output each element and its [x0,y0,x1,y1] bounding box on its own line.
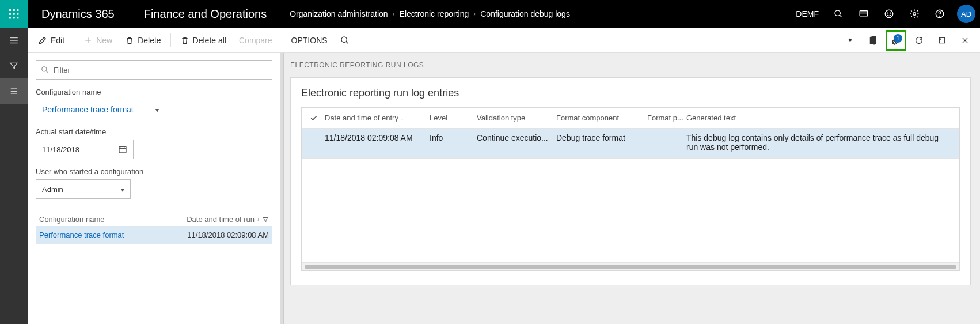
chevron-down-icon [121,185,124,194]
log-grid: Date and time of entry↓ Level Validation… [301,107,960,271]
new-button[interactable]: New [78,32,118,48]
cell-date: 11/18/2018 02:09:08 AM [325,133,430,153]
run-list-row[interactable]: Performance trace format 11/18/2018 02:0… [36,226,272,244]
rail-menu-button[interactable] [0,28,28,53]
help-icon[interactable] [928,0,951,28]
svg-line-10 [840,15,841,17]
new-label: New [96,36,112,45]
delete-all-button[interactable]: Delete all [174,32,232,48]
brand-label[interactable]: Dynamics 365 [28,0,132,28]
delete-label: Delete [138,36,161,45]
horizontal-scrollbar[interactable] [302,262,959,270]
breadcrumb-item[interactable]: Configuration debug logs [480,9,570,18]
start-date-input[interactable]: 11/18/2018 [36,140,134,159]
svg-rect-1 [13,9,14,11]
office-icon[interactable] [863,30,883,51]
legal-entity[interactable]: DEMF [790,9,825,18]
close-icon[interactable] [955,30,975,51]
left-rail [0,28,28,324]
svg-rect-7 [13,17,14,18]
row-config-name: Performance trace format [39,231,124,239]
messages-icon[interactable] [852,0,875,28]
compare-label: Compare [239,36,272,45]
connector-icon[interactable]: ✦ [840,30,860,51]
grid-header: Date and time of entry↓ Level Validation… [302,108,959,129]
rail-list-button[interactable] [0,78,28,104]
filter-input[interactable]: Filter [36,60,272,80]
cell-generated-text: This debug log contains only details of … [686,133,951,153]
breadcrumb-item[interactable]: Electronic reporting [400,9,469,18]
grid-row[interactable]: 11/18/2018 02:09:08 AM Info Continue exe… [302,129,959,159]
attachments-button[interactable]: 1 [886,30,906,51]
search-icon [41,66,49,74]
compare-button: Compare [233,32,278,48]
edit-label: Edit [51,36,64,45]
emoji-icon[interactable] [878,0,901,28]
list-col-date[interactable]: Date and time of run [187,215,255,224]
filter-placeholder: Filter [54,66,70,74]
svg-point-14 [887,13,888,13]
app-launcher-button[interactable] [0,0,28,28]
start-date-label: Actual start date/time [36,127,272,136]
svg-rect-4 [13,13,14,14]
run-list-header: Configuration name Date and time of run … [36,213,272,226]
popout-icon[interactable] [932,30,952,51]
select-all-checkbox[interactable] [310,114,325,122]
attachments-badge: 1 [894,34,902,43]
user-value: Admin [42,185,63,194]
svg-rect-2 [17,9,18,11]
settings-icon[interactable] [903,0,926,28]
details-pane: ELECTRONIC REPORTING RUN LOGS Electronic… [281,53,980,324]
list-col-config[interactable]: Configuration name [39,215,104,224]
col-level[interactable]: Level [430,114,477,122]
action-toolbar: Edit New Delete Delete all Compare OPTIO… [28,28,980,53]
sort-desc-icon: ↓ [257,216,260,223]
svg-point-9 [835,10,840,16]
user-label: User who started a configuration [36,167,272,176]
avatar[interactable]: AD [957,5,975,23]
svg-rect-29 [939,37,944,43]
config-name-select[interactable]: Performance trace format [36,100,165,119]
log-entries-card: Electronic reporting run log entries Dat… [290,77,971,285]
svg-rect-5 [17,13,18,14]
breadcrumb: Organization administration › Electronic… [290,9,570,18]
user-select[interactable]: Admin [36,179,131,199]
col-date[interactable]: Date and time of entry↓ [325,114,430,122]
col-validation-type[interactable]: Validation type [477,114,556,122]
config-name-value: Performance trace format [42,105,134,114]
card-title: Electronic reporting run log entries [301,87,960,99]
svg-point-16 [913,13,916,16]
config-name-label: Configuration name [36,88,272,96]
col-format-component[interactable]: Format component [556,114,647,122]
col-format-path[interactable]: Format p... [647,114,686,122]
sort-desc-icon: ↓ [401,115,404,121]
options-label: OPTIONS [291,36,328,45]
svg-line-33 [46,71,48,73]
svg-point-13 [885,10,893,18]
filter-icon[interactable] [262,216,269,223]
calendar-icon [118,145,127,154]
options-button[interactable]: OPTIONS [286,32,333,48]
start-date-value: 11/18/2018 [42,145,79,154]
global-header: Dynamics 365 Finance and Operations Orga… [0,0,980,28]
svg-point-15 [890,13,891,13]
module-label: Finance and Operations [132,7,290,21]
row-run-time: 11/18/2018 02:09:08 AM [187,231,269,239]
col-generated-text[interactable]: Generated text [686,114,951,122]
svg-rect-3 [9,13,11,14]
rail-filter-button[interactable] [0,53,28,78]
chevron-right-icon: › [473,10,476,18]
svg-point-32 [42,67,47,71]
toolbar-search-button[interactable] [335,32,355,48]
breadcrumb-item[interactable]: Organization administration [290,9,388,18]
topbar-right: DEMF AD [790,0,980,28]
refresh-icon[interactable] [909,30,929,51]
delete-button[interactable]: Delete [119,32,166,48]
waffle-icon [8,8,20,20]
cell-format-path [647,133,686,153]
edit-button[interactable]: Edit [32,32,70,48]
section-label: ELECTRONIC REPORTING RUN LOGS [290,61,971,69]
svg-rect-6 [9,17,11,18]
search-icon[interactable] [827,0,850,28]
delete-all-label: Delete all [193,36,226,45]
